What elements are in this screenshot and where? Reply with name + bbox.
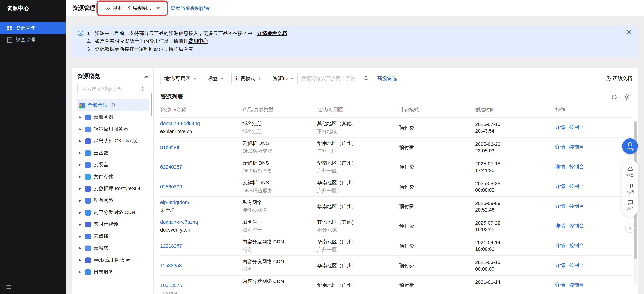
console-link[interactable]: 控制台 [569, 183, 584, 190]
product-item[interactable]: 轻量应用服务器 [77, 123, 149, 135]
detail-link[interactable]: 详情 [555, 282, 565, 287]
detail-link[interactable]: 详情 [555, 164, 565, 170]
resource-type: DNS解析套餐 [242, 148, 313, 154]
resource-type: DNS解析套餐 [242, 168, 313, 174]
product-item[interactable]: 内容分发网络 CDN [77, 206, 149, 218]
product-item[interactable]: 日志服务 [77, 266, 149, 278]
close-icon[interactable]: × [626, 29, 632, 35]
product-item[interactable]: 云服务器 [77, 111, 149, 123]
product-label: 云点播 [94, 233, 108, 240]
search-button[interactable] [360, 73, 372, 84]
product-search-input[interactable] [81, 86, 140, 92]
view-dropdown[interactable]: 视图：全局视图... [101, 2, 164, 14]
sidebar: 资源中心 资源管理 视图管理 [0, 0, 66, 294]
product-item[interactable]: 私有网络 [77, 194, 149, 206]
resource-id-link[interactable]: 12218267 [160, 243, 182, 249]
product-item[interactable]: 实时音视频 [77, 218, 149, 230]
expand-caret-icon[interactable] [79, 140, 82, 143]
console-link[interactable]: 控制台 [569, 222, 584, 230]
consult-button[interactable]: 咨询 [622, 138, 638, 154]
create-date: 2025-08-28 [475, 180, 551, 187]
resource-id-link[interactable]: domain-xrc7bznq [160, 219, 198, 225]
resource-name: docsverify.top [160, 227, 238, 233]
product-item[interactable]: 文件存储 [77, 171, 149, 183]
console-link[interactable]: 控制台 [569, 124, 584, 131]
expand-caret-icon[interactable] [79, 211, 82, 214]
settings-gear-icon[interactable] [624, 94, 630, 100]
sidebar-item-view-management[interactable]: 视图管理 [0, 34, 66, 46]
expand-caret-icon[interactable] [79, 163, 82, 166]
expand-caret-icon[interactable] [79, 151, 82, 155]
book-icon [627, 183, 633, 189]
resource-id-link[interactable]: 10313575 [160, 282, 182, 287]
expand-caret-icon[interactable] [79, 223, 82, 226]
resource-id-link[interactable]: eip-9tdgtdom [160, 200, 189, 205]
expand-caret-icon[interactable] [79, 246, 82, 250]
console-link[interactable]: 控制台 [569, 164, 584, 170]
banner-link[interactable]: 详情参考文档 [258, 30, 287, 36]
product-item[interactable]: Web 应用防火墙 [77, 254, 149, 266]
filter-dropdown[interactable]: 计费模式 [232, 73, 266, 84]
sidebar-item-label: 资源管理 [16, 25, 35, 32]
console-link[interactable]: 控制台 [569, 262, 584, 269]
advanced-filter-link[interactable]: 高级筛选 [377, 75, 397, 82]
expand-caret-icon[interactable] [79, 199, 82, 202]
expand-caret-icon[interactable] [79, 235, 82, 238]
console-link[interactable]: 控制台 [569, 144, 584, 151]
detail-link[interactable]: 详情 [555, 242, 565, 249]
detail-link[interactable]: 详情 [555, 124, 565, 131]
resource-id-link[interactable]: 81b9f50f [160, 144, 179, 150]
expand-caret-icon[interactable] [79, 270, 82, 274]
help-doc-link[interactable]: ? 帮助文档 [605, 75, 632, 82]
panel-collapse-icon[interactable] [143, 74, 149, 79]
expand-caret-icon[interactable] [79, 128, 82, 131]
filter-dropdown[interactable]: 标签 [204, 73, 228, 84]
comment-icon [627, 200, 633, 206]
expand-caret-icon[interactable] [79, 116, 82, 119]
product-item-all[interactable]: 全部产品 [77, 99, 149, 111]
banner-link[interactable]: 费用中心 [188, 38, 208, 44]
overview-scrollbar[interactable] [151, 93, 152, 116]
detail-link[interactable]: 详情 [555, 262, 565, 269]
collapse-toolbar-arrow[interactable]: › [626, 223, 634, 232]
table-row: domain-xrc7bznq docsverify.top 域名注册 域名注册… [160, 216, 632, 236]
overview-title: 资源概览 [77, 73, 100, 80]
product-item[interactable]: 云点播 [77, 230, 149, 242]
console-link[interactable]: 控制台 [569, 282, 584, 287]
banner-text: 2、如需查看相应资源产生的费用信息，请前往 [87, 38, 188, 44]
info-icon[interactable] [110, 103, 115, 108]
detail-link[interactable]: 详情 [555, 203, 565, 210]
console-link[interactable]: 控制台 [569, 203, 584, 210]
detail-link[interactable]: 详情 [555, 222, 565, 230]
create-date: 2025-07-15 [475, 160, 551, 167]
console-link[interactable]: 控制台 [569, 242, 584, 249]
resource-list-panel: 地域/可用区 标签 计费模式 资源ID [154, 68, 638, 294]
product-item[interactable]: 云硬盘 [77, 159, 149, 171]
consult-label: 咨询 [626, 147, 634, 151]
float-item-docs[interactable]: 文档 [626, 180, 634, 196]
zone: 广州一区 [317, 246, 395, 253]
sidebar-collapse-icon[interactable] [6, 284, 12, 290]
expand-caret-icon[interactable] [79, 187, 82, 190]
resource-search-input[interactable] [298, 73, 360, 84]
detail-link[interactable]: 详情 [555, 183, 565, 190]
resource-id-link[interactable]: 62240287 [160, 164, 182, 170]
table-row: domain-89odu44q explan-love.cn 域名注册 域名注册… [160, 118, 632, 138]
resource-id-dropdown[interactable]: 资源ID [269, 73, 298, 84]
sidebar-item-resource-management[interactable]: 资源管理 [0, 22, 66, 34]
resource-id-link[interactable]: 11583658 [160, 262, 182, 268]
float-item-feedback[interactable]: 评价 [626, 197, 634, 214]
product-item[interactable]: 云数据库 PostgreSQL [77, 183, 149, 195]
refresh-icon[interactable] [611, 94, 618, 100]
product-item[interactable]: 云函数 [77, 147, 149, 159]
filter-dropdown[interactable]: 地域/可用区 [160, 73, 200, 84]
product-item[interactable]: 消息队列 CKafka 版 [77, 135, 149, 147]
view-config-link[interactable]: 查看当前视图配置 [170, 5, 210, 12]
detail-link[interactable]: 详情 [555, 144, 565, 151]
expand-caret-icon[interactable] [79, 175, 82, 178]
product-item[interactable]: 云游戏 [77, 242, 149, 254]
expand-caret-icon[interactable] [79, 258, 82, 262]
float-item-updates[interactable]: 动态 [626, 163, 634, 180]
resource-id-link[interactable]: 02560309 [160, 184, 182, 190]
resource-id-link[interactable]: domain-89odu44q [160, 121, 200, 126]
